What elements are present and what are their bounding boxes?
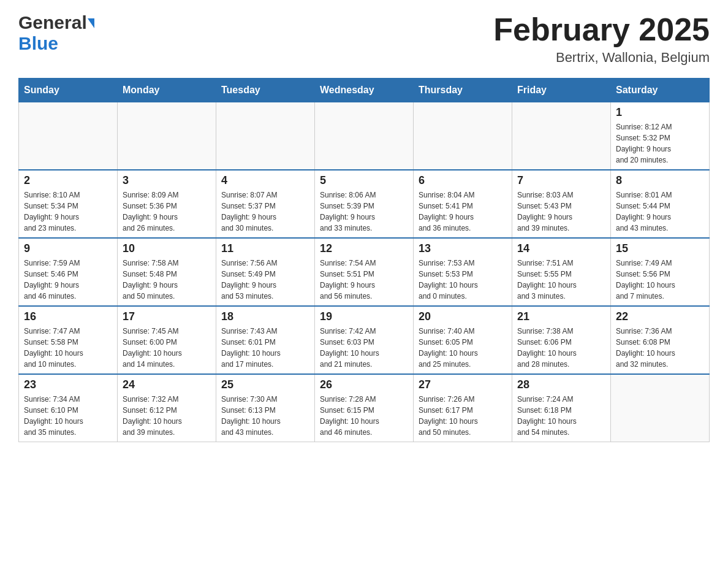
calendar-cell: 28Sunrise: 7:24 AM Sunset: 6:18 PM Dayli… — [512, 374, 611, 442]
day-info: Sunrise: 8:04 AM Sunset: 5:41 PM Dayligh… — [419, 190, 507, 234]
day-info: Sunrise: 7:26 AM Sunset: 6:17 PM Dayligh… — [419, 394, 507, 438]
day-info: Sunrise: 7:45 AM Sunset: 6:00 PM Dayligh… — [123, 326, 211, 370]
day-number: 26 — [320, 378, 408, 391]
day-info: Sunrise: 7:42 AM Sunset: 6:03 PM Dayligh… — [320, 326, 408, 370]
title-block: February 2025 Bertrix, Wallonia, Belgium — [493, 12, 710, 66]
calendar-cell: 21Sunrise: 7:38 AM Sunset: 6:06 PM Dayli… — [512, 306, 611, 374]
day-number: 21 — [517, 310, 605, 323]
day-number: 14 — [517, 242, 605, 255]
day-info: Sunrise: 7:43 AM Sunset: 6:01 PM Dayligh… — [221, 326, 309, 370]
day-info: Sunrise: 8:12 AM Sunset: 5:32 PM Dayligh… — [616, 121, 704, 166]
day-number: 8 — [616, 174, 704, 187]
day-info: Sunrise: 8:06 AM Sunset: 5:39 PM Dayligh… — [320, 190, 408, 234]
logo-blue: Blue — [18, 33, 58, 54]
day-info: Sunrise: 7:53 AM Sunset: 5:53 PM Dayligh… — [419, 258, 507, 302]
calendar-cell: 2Sunrise: 8:10 AM Sunset: 5:34 PM Daylig… — [19, 170, 118, 238]
day-info: Sunrise: 8:07 AM Sunset: 5:37 PM Dayligh… — [221, 190, 309, 234]
day-info: Sunrise: 8:01 AM Sunset: 5:44 PM Dayligh… — [616, 190, 704, 234]
calendar-cell: 17Sunrise: 7:45 AM Sunset: 6:00 PM Dayli… — [118, 306, 216, 374]
week-row-5: 23Sunrise: 7:34 AM Sunset: 6:10 PM Dayli… — [19, 374, 710, 442]
calendar-cell — [512, 102, 611, 170]
day-number: 11 — [221, 242, 309, 255]
day-number: 15 — [616, 242, 704, 255]
logo: General Blue — [18, 12, 94, 54]
day-number: 22 — [616, 310, 704, 323]
day-info: Sunrise: 8:03 AM Sunset: 5:43 PM Dayligh… — [517, 190, 605, 234]
day-number: 9 — [24, 242, 112, 255]
day-info: Sunrise: 7:58 AM Sunset: 5:48 PM Dayligh… — [123, 258, 211, 302]
calendar-cell: 9Sunrise: 7:59 AM Sunset: 5:46 PM Daylig… — [19, 238, 118, 306]
calendar-cell: 24Sunrise: 7:32 AM Sunset: 6:12 PM Dayli… — [118, 374, 216, 442]
day-number: 7 — [517, 174, 605, 187]
calendar-cell — [216, 102, 315, 170]
calendar-cell: 25Sunrise: 7:30 AM Sunset: 6:13 PM Dayli… — [216, 374, 315, 442]
day-number: 28 — [517, 378, 605, 391]
day-number: 2 — [24, 174, 112, 187]
calendar-cell: 10Sunrise: 7:58 AM Sunset: 5:48 PM Dayli… — [118, 238, 216, 306]
day-info: Sunrise: 7:40 AM Sunset: 6:05 PM Dayligh… — [419, 326, 507, 370]
week-row-2: 2Sunrise: 8:10 AM Sunset: 5:34 PM Daylig… — [19, 170, 710, 238]
day-number: 19 — [320, 310, 408, 323]
calendar-cell: 15Sunrise: 7:49 AM Sunset: 5:56 PM Dayli… — [611, 238, 710, 306]
weekday-header-tuesday: Tuesday — [216, 79, 315, 102]
day-number: 24 — [123, 378, 211, 391]
page-header: General Blue February 2025 Bertrix, Wall… — [18, 12, 710, 66]
day-info: Sunrise: 7:54 AM Sunset: 5:51 PM Dayligh… — [320, 258, 408, 302]
day-info: Sunrise: 7:24 AM Sunset: 6:18 PM Dayligh… — [517, 394, 605, 438]
calendar-cell: 11Sunrise: 7:56 AM Sunset: 5:49 PM Dayli… — [216, 238, 315, 306]
day-number: 10 — [123, 242, 211, 255]
day-info: Sunrise: 7:59 AM Sunset: 5:46 PM Dayligh… — [24, 258, 112, 302]
day-info: Sunrise: 7:30 AM Sunset: 6:13 PM Dayligh… — [221, 394, 309, 438]
calendar-cell — [315, 102, 414, 170]
day-info: Sunrise: 7:56 AM Sunset: 5:49 PM Dayligh… — [221, 258, 309, 302]
calendar-cell: 4Sunrise: 8:07 AM Sunset: 5:37 PM Daylig… — [216, 170, 315, 238]
day-info: Sunrise: 7:38 AM Sunset: 6:06 PM Dayligh… — [517, 326, 605, 370]
week-row-3: 9Sunrise: 7:59 AM Sunset: 5:46 PM Daylig… — [19, 238, 710, 306]
day-number: 1 — [616, 106, 704, 119]
calendar-cell — [118, 102, 216, 170]
calendar-cell: 18Sunrise: 7:43 AM Sunset: 6:01 PM Dayli… — [216, 306, 315, 374]
calendar-cell: 19Sunrise: 7:42 AM Sunset: 6:03 PM Dayli… — [315, 306, 414, 374]
calendar-cell: 22Sunrise: 7:36 AM Sunset: 6:08 PM Dayli… — [611, 306, 710, 374]
calendar-cell: 16Sunrise: 7:47 AM Sunset: 5:58 PM Dayli… — [19, 306, 118, 374]
calendar-cell: 20Sunrise: 7:40 AM Sunset: 6:05 PM Dayli… — [414, 306, 512, 374]
calendar-cell: 6Sunrise: 8:04 AM Sunset: 5:41 PM Daylig… — [414, 170, 512, 238]
logo-triangle-icon — [88, 18, 94, 28]
calendar-cell: 1Sunrise: 8:12 AM Sunset: 5:32 PM Daylig… — [611, 102, 710, 170]
weekday-header-row: SundayMondayTuesdayWednesdayThursdayFrid… — [19, 79, 710, 102]
day-info: Sunrise: 8:09 AM Sunset: 5:36 PM Dayligh… — [123, 190, 211, 234]
calendar-cell: 7Sunrise: 8:03 AM Sunset: 5:43 PM Daylig… — [512, 170, 611, 238]
day-number: 6 — [419, 174, 507, 187]
day-info: Sunrise: 8:10 AM Sunset: 5:34 PM Dayligh… — [24, 190, 112, 234]
calendar-cell — [611, 374, 710, 442]
weekday-header-saturday: Saturday — [611, 79, 710, 102]
calendar-cell: 13Sunrise: 7:53 AM Sunset: 5:53 PM Dayli… — [414, 238, 512, 306]
week-row-1: 1Sunrise: 8:12 AM Sunset: 5:32 PM Daylig… — [19, 102, 710, 170]
day-info: Sunrise: 7:47 AM Sunset: 5:58 PM Dayligh… — [24, 326, 112, 370]
location-subtitle: Bertrix, Wallonia, Belgium — [493, 50, 710, 66]
week-row-4: 16Sunrise: 7:47 AM Sunset: 5:58 PM Dayli… — [19, 306, 710, 374]
weekday-header-friday: Friday — [512, 79, 611, 102]
calendar-cell: 14Sunrise: 7:51 AM Sunset: 5:55 PM Dayli… — [512, 238, 611, 306]
day-number: 16 — [24, 310, 112, 323]
weekday-header-thursday: Thursday — [414, 79, 512, 102]
day-number: 13 — [419, 242, 507, 255]
weekday-header-sunday: Sunday — [19, 79, 118, 102]
day-number: 17 — [123, 310, 211, 323]
day-info: Sunrise: 7:28 AM Sunset: 6:15 PM Dayligh… — [320, 394, 408, 438]
day-number: 18 — [221, 310, 309, 323]
day-info: Sunrise: 7:32 AM Sunset: 6:12 PM Dayligh… — [123, 394, 211, 438]
calendar-cell: 12Sunrise: 7:54 AM Sunset: 5:51 PM Dayli… — [315, 238, 414, 306]
calendar-table: SundayMondayTuesdayWednesdayThursdayFrid… — [18, 78, 710, 442]
calendar-cell: 5Sunrise: 8:06 AM Sunset: 5:39 PM Daylig… — [315, 170, 414, 238]
day-number: 20 — [419, 310, 507, 323]
calendar-cell — [414, 102, 512, 170]
day-info: Sunrise: 7:49 AM Sunset: 5:56 PM Dayligh… — [616, 258, 704, 302]
calendar-cell: 27Sunrise: 7:26 AM Sunset: 6:17 PM Dayli… — [414, 374, 512, 442]
calendar-cell: 3Sunrise: 8:09 AM Sunset: 5:36 PM Daylig… — [118, 170, 216, 238]
month-title: February 2025 — [493, 12, 710, 47]
day-number: 12 — [320, 242, 408, 255]
day-number: 4 — [221, 174, 309, 187]
day-number: 5 — [320, 174, 408, 187]
calendar-cell: 23Sunrise: 7:34 AM Sunset: 6:10 PM Dayli… — [19, 374, 118, 442]
